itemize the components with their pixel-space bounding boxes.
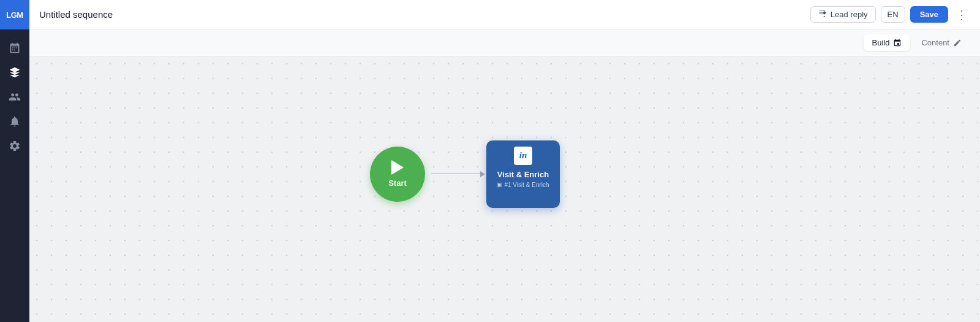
tab-content[interactable]: Content <box>913 34 970 51</box>
sidebar-item-notifications[interactable] <box>4 110 26 132</box>
sidebar-item-contacts[interactable] <box>4 86 26 108</box>
start-label: Start <box>388 178 407 188</box>
topbar-actions: Lead reply EN Save ⋮ <box>810 5 970 25</box>
lead-reply-button[interactable]: Lead reply <box>810 6 876 23</box>
linkedin-node[interactable]: in Visit & Enrich ▣ #1 Visit & Enrich <box>486 140 560 208</box>
step-icon: ▣ <box>497 182 502 188</box>
sidebar-item-calendar[interactable] <box>4 37 26 59</box>
tab-build-label: Build <box>872 38 890 47</box>
build-icon <box>893 39 902 47</box>
sidebar-nav <box>4 29 26 322</box>
page-title: Untitled sequence <box>39 9 803 20</box>
linkedin-node-subtitle-text: #1 Visit & Enrich <box>504 182 549 188</box>
subtoolbar: Build Content <box>29 29 980 56</box>
arrow-connector <box>425 171 486 177</box>
arrow-line <box>431 174 480 175</box>
linkedin-logo: in <box>514 147 532 165</box>
language-button[interactable]: EN <box>881 6 905 23</box>
edit-icon <box>953 39 962 47</box>
flow-canvas[interactable]: Start in Visit & Enrich ▣ #1 Visit & Enr… <box>29 56 980 322</box>
lead-reply-icon <box>818 10 827 19</box>
tab-build[interactable]: Build <box>864 34 911 51</box>
save-button[interactable]: Save <box>910 6 948 23</box>
topbar: Untitled sequence Lead reply EN Save ⋮ <box>29 0 980 29</box>
arrow-head <box>480 171 485 177</box>
linkedin-node-title: Visit & Enrich <box>497 170 549 179</box>
start-node[interactable]: Start <box>370 147 425 202</box>
linkedin-in-text: in <box>519 150 527 161</box>
lead-reply-label: Lead reply <box>831 10 868 19</box>
sidebar-item-settings[interactable] <box>4 135 26 157</box>
app-logo: LGM <box>0 0 29 29</box>
more-options-button[interactable]: ⋮ <box>953 5 970 25</box>
main-area: Untitled sequence Lead reply EN Save ⋮ B… <box>29 0 980 322</box>
tab-content-label: Content <box>921 38 949 47</box>
linkedin-node-subtitle: ▣ #1 Visit & Enrich <box>497 182 549 188</box>
sidebar-item-sequences[interactable] <box>4 61 26 83</box>
flow-container: Start in Visit & Enrich ▣ #1 Visit & Enr… <box>370 140 560 208</box>
sidebar: LGM <box>0 0 29 322</box>
play-icon <box>391 160 404 175</box>
